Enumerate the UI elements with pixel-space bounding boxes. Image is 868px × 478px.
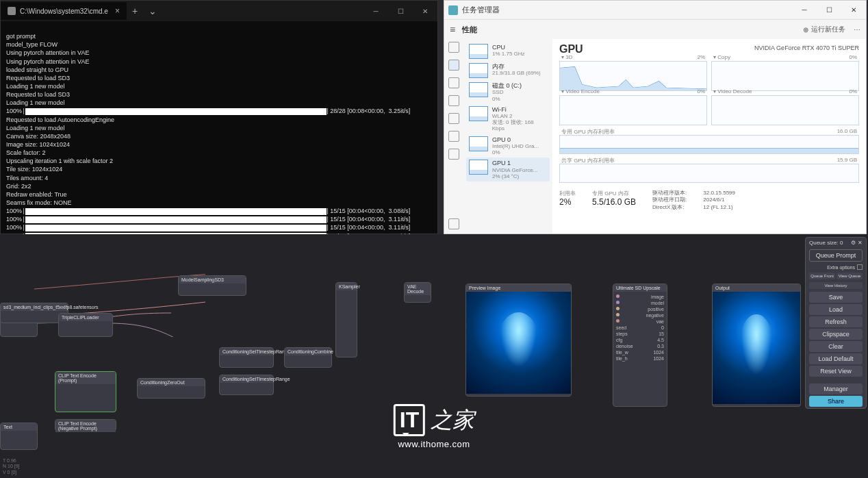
cmd-line: Grid: 2x2 — [6, 183, 31, 190]
graph-shared-mem: 共享 GPU 内存利用率 15.9 GB — [559, 164, 859, 183]
close-icon[interactable]: × — [115, 6, 120, 16]
node-vae-decode[interactable]: VAE Decode — [404, 282, 431, 303]
node-output[interactable]: Output — [712, 284, 801, 407]
close-button[interactable]: ✕ — [841, 1, 866, 20]
mini-graph-icon — [469, 82, 488, 97]
item-sub2: 0% — [492, 149, 539, 155]
stat-label: DirectX 版本: — [652, 204, 685, 210]
node-triple-clip-loader[interactable]: TripleCLIPLoader — [58, 313, 113, 337]
minimize-button[interactable]: ─ — [792, 1, 817, 20]
item-name: CPU — [492, 44, 525, 51]
maximize-button[interactable]: ☐ — [817, 1, 841, 20]
details-icon[interactable] — [448, 131, 459, 142]
cmd-line: Tile size: 1024x1024 — [6, 166, 62, 173]
clipspace-button[interactable]: Clipspace — [809, 329, 863, 340]
tm-perf-list: CPU1% 1.75 GHz 内存21.9/31.8 GB (69%) 磁盘 0… — [463, 39, 552, 234]
view-history-button[interactable]: View History — [809, 282, 863, 289]
cmd-titlebar: C:\Windows\system32\cmd.e × + ⌄ ─ ☐ ✕ — [1, 1, 437, 21]
progress-bar — [25, 216, 327, 223]
perf-item-gpu1[interactable]: GPU 1NVIDIA GeForce...2% (34 °C) — [466, 158, 550, 181]
minimize-button[interactable]: ─ — [363, 1, 388, 21]
stat-value: 2% — [559, 197, 576, 207]
close-button[interactable]: ✕ — [413, 1, 437, 21]
cmd-line: Tiles amount: 4 — [6, 175, 48, 181]
graph-copy: ▾ Copy 0% — [711, 61, 859, 91]
cmd-window: C:\Windows\system32\cmd.e × + ⌄ ─ ☐ ✕ go… — [0, 0, 438, 234]
run-new-task-button[interactable]: ⊕ 运行新任务 ⋯ — [803, 25, 860, 34]
cmd-output: got prompt model_type FLOW Using pytorch… — [1, 21, 437, 268]
users-icon[interactable] — [448, 113, 459, 124]
cmd-line: Canva size: 2048x2048 — [6, 133, 71, 140]
node-cond-combine[interactable]: ConditioningCombine — [284, 347, 332, 368]
node-clip-encode[interactable]: CLIP Text Encode (Prompt) — [55, 371, 116, 412]
node-ksampler[interactable]: KSampler — [335, 282, 357, 357]
preview-image — [466, 292, 571, 394]
extra-options-checkbox[interactable]: Extra options — [806, 263, 866, 271]
tab-dropdown-icon[interactable]: ⌄ — [143, 5, 162, 16]
stat-label: 驱动程序版本: — [652, 190, 687, 196]
node-clip-negative[interactable]: CLIP Text Encode (Negative Prompt) — [55, 419, 116, 431]
node-cond-zeroout[interactable]: ConditioningZeroOut — [137, 378, 205, 399]
graph-label: ▾ 3D — [561, 54, 572, 60]
hamburger-icon[interactable]: ≡ — [450, 24, 455, 35]
view-queue-button[interactable]: View Queue — [837, 273, 863, 279]
node-title: ConditioningSetTimestepRange — [220, 348, 273, 355]
node-cond-timestep2[interactable]: ConditioningSetTimestepRange — [219, 375, 274, 395]
node-upscale[interactable]: Ultimate SD Upscale image model positive… — [613, 284, 667, 407]
item-sub: Intel(R) UHD Gra... — [492, 143, 539, 149]
node-cond-timestep1[interactable]: ConditioningSetTimestepRange — [219, 347, 274, 368]
history-icon[interactable] — [448, 77, 459, 88]
cmd-line: Seams fix mode: NONE — [6, 199, 72, 206]
reset-view-button[interactable]: Reset View — [809, 366, 863, 377]
queue-prompt-button[interactable]: Queue Prompt — [809, 249, 863, 262]
node-title: sd3_medium_incl_clips_t5xxlfp8.safetenso… — [1, 303, 68, 311]
close-icon[interactable]: ✕ — [858, 240, 863, 246]
node-preview-image[interactable]: Preview Image — [465, 284, 572, 397]
save-button[interactable]: Save — [809, 292, 863, 303]
services-icon[interactable] — [448, 149, 459, 160]
perf-item-wifi[interactable]: Wi-FiWLAN 2发送: 0 接收: 168 Kbps — [466, 104, 550, 134]
perf-item-gpu0[interactable]: GPU 0Intel(R) UHD Gra...0% — [466, 134, 550, 158]
node-title: ModelSamplingSD3 — [179, 276, 246, 284]
manager-button[interactable]: Manager — [809, 383, 863, 394]
graph-video-encode: ▾ Video Encode 0% — [559, 95, 707, 125]
perf-item-disk[interactable]: 磁盘 0 (C:)SSD0% — [466, 80, 550, 104]
performance-icon[interactable] — [448, 60, 459, 71]
cmd-line: Scale factor: 2 — [6, 149, 46, 156]
cmd-progress: | 28/28 [00:08<00:00, 3.25it/s] — [327, 108, 410, 114]
settings-icon[interactable] — [448, 218, 459, 229]
mini-graph-icon — [469, 106, 488, 121]
task-manager-window: 任务管理器 ─ ☐ ✕ ≡ 性能 ⊕ 运行新任务 ⋯ CP — [444, 0, 867, 234]
node-title: Ultimate SD Upscale — [613, 284, 667, 292]
gear-icon[interactable]: ⚙ — [851, 240, 856, 246]
node-text[interactable]: Text — [0, 423, 38, 450]
refresh-button[interactable]: Refresh — [809, 316, 863, 327]
stat-value: 32.0.15.5599 — [703, 190, 735, 196]
startup-icon[interactable] — [448, 95, 459, 106]
cmd-pct: 100% — [6, 224, 22, 231]
graph-label: ▾ Copy — [713, 54, 730, 60]
item-sub: NVIDIA GeForce... — [492, 167, 537, 173]
maximize-button[interactable]: ☐ — [388, 1, 413, 21]
plus-icon: ⊕ — [803, 26, 808, 34]
queue-front-button[interactable]: Queue Front — [809, 273, 835, 279]
new-tab-button[interactable]: + — [127, 5, 143, 16]
cmd-tab[interactable]: C:\Windows\system32\cmd.e × — [1, 2, 127, 20]
cmd-line: Using pytorch attention in VAE — [6, 49, 89, 56]
item-name: 磁盘 0 (C:) — [492, 82, 522, 89]
more-icon[interactable]: ⋯ — [854, 26, 860, 34]
graph-pct: 0% — [849, 54, 857, 60]
clear-button[interactable]: Clear — [809, 341, 863, 352]
perf-item-cpu[interactable]: CPU1% 1.75 GHz — [466, 42, 550, 61]
node-title: ConditioningCombine — [285, 348, 331, 355]
processes-icon[interactable] — [448, 42, 459, 53]
load-default-button[interactable]: Load Default — [809, 353, 863, 364]
graph-dedicated-mem: 专用 GPU 内存利用率 16.0 GB — [559, 135, 859, 154]
share-button[interactable]: Share — [809, 396, 863, 407]
control-panel[interactable]: Queue size: 0 ⚙ ✕ Queue Prompt Extra opt… — [805, 237, 867, 409]
perf-item-memory[interactable]: 内存21.9/31.8 GB (69%) — [466, 61, 550, 80]
item-name: GPU 1 — [492, 160, 537, 166]
node-model-sampling[interactable]: ModelSamplingSD3 — [178, 275, 246, 296]
item-sub: SSD — [492, 89, 522, 95]
load-button[interactable]: Load — [809, 304, 863, 315]
